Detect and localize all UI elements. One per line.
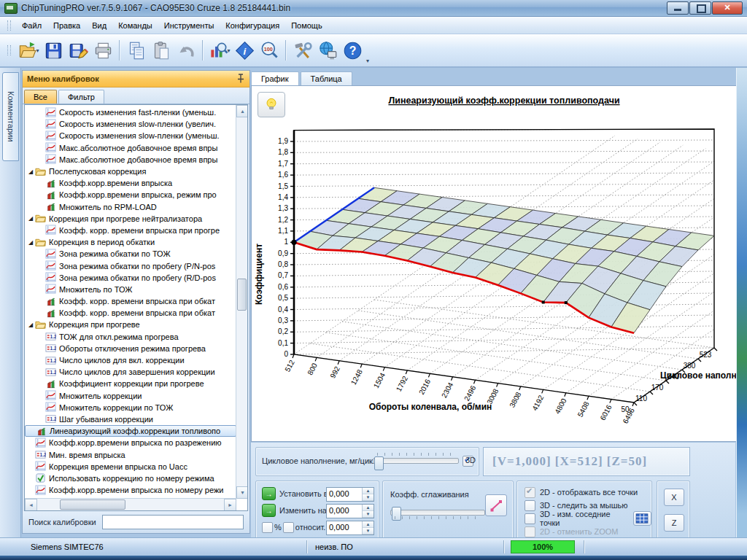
apply-set-button[interactable]: → — [262, 487, 276, 500]
scroll-right-icon[interactable]: ► — [224, 499, 236, 511]
save-button[interactable] — [41, 38, 66, 63]
maximize-button[interactable] — [689, 1, 711, 15]
tree-folder[interactable]: ◢Коррекция в период обкатки — [25, 236, 236, 248]
spin-down-icon[interactable]: ▼ — [363, 528, 374, 534]
expander-icon[interactable]: ◢ — [26, 215, 35, 222]
tab-table[interactable]: Таблица — [301, 71, 352, 85]
tree-item[interactable]: Множитель коррекции по ТОЖ — [25, 402, 236, 413]
tree-folder[interactable]: ◢Коррекция при прогреве — [25, 319, 236, 330]
relative-checkbox[interactable] — [283, 522, 294, 533]
calibration-tree[interactable]: Скорость изменения fast-пленки (уменьш.С… — [24, 104, 248, 511]
tree-item[interactable]: Коэфф.корр.времени впрыска — [25, 177, 236, 189]
surface-chart[interactable]: 00,10,20,30,40,50,60,70,80,911,11,21,31,… — [252, 86, 736, 441]
spin-down-icon[interactable]: ▼ — [363, 494, 374, 501]
tools-button[interactable] — [290, 38, 315, 63]
scroll-left-icon[interactable]: ◄ — [25, 499, 37, 511]
tree-horizontal-scrollbar[interactable]: ◄ ► — [25, 498, 236, 510]
search-input[interactable] — [102, 515, 244, 529]
relative-value[interactable]: 0,000 — [327, 521, 362, 534]
comments-tab[interactable]: Комментарии — [2, 72, 19, 161]
paste-button[interactable] — [149, 38, 174, 63]
tree-vscroll-thumb[interactable] — [237, 279, 247, 311]
copy-button[interactable] — [124, 38, 149, 63]
chart-zoom-button[interactable]: ▾ — [207, 38, 232, 63]
info-button[interactable] — [232, 38, 257, 63]
set-value[interactable]: 0,000 — [327, 488, 362, 501]
help-button[interactable] — [340, 38, 365, 63]
menu-1[interactable]: Правка — [47, 19, 86, 32]
spin-down-icon[interactable]: ▼ — [363, 511, 374, 518]
load-slider[interactable] — [373, 453, 459, 467]
tree-item[interactable]: Использовать коррекцию по номеру режима — [25, 472, 236, 484]
change-value[interactable]: 0,000 — [327, 505, 362, 518]
tree-item[interactable]: Коэфф. корр. времени впрыска при обкат — [25, 295, 236, 307]
tree-item[interactable]: Коэфф. корр. времени впрыска при прогре — [25, 225, 236, 236]
expander-icon[interactable]: ◢ — [26, 239, 35, 246]
slider-thumb[interactable] — [374, 456, 384, 470]
tree-item[interactable]: Скорость изменения fast-пленки (уменьш. — [25, 106, 236, 118]
tree-item[interactable]: Обороты отключения режима прогрева — [25, 343, 236, 354]
tree-item[interactable]: Коэфф.корр.времени впрыска, режим про — [25, 189, 236, 201]
slider-track[interactable] — [373, 458, 459, 464]
view-option-checkbox[interactable] — [525, 500, 535, 511]
tree-item[interactable]: Макс.абсолютное добавочное время впры — [25, 142, 236, 154]
title-bar[interactable]: ChipTuningPRO ver.7.5.9.1067 - CAO95E30 … — [0, 0, 747, 17]
slider-track[interactable] — [390, 510, 485, 516]
tree-item[interactable]: Коэфф.корр.времени впрыска по номеру реж… — [25, 484, 236, 496]
toolbar-overflow-icon[interactable]: ▾ — [366, 58, 369, 66]
view-option-checkbox[interactable] — [525, 513, 535, 524]
web-button[interactable] — [315, 38, 340, 63]
smoothing-slider[interactable] — [390, 505, 485, 519]
apply-change-button[interactable]: → — [262, 504, 276, 517]
tree-hscroll-thumb[interactable] — [60, 499, 125, 510]
neighbor-grid-button[interactable] — [633, 511, 651, 526]
dropdown-arrow-icon[interactable]: ▾ — [227, 47, 230, 54]
tree-item[interactable]: Зона режима обкатки по ТОЖ — [25, 248, 236, 260]
tree-item[interactable]: Коррекция времени впрыска по Uacc — [25, 461, 236, 472]
expander-icon[interactable]: ◢ — [26, 168, 35, 175]
menu-6[interactable]: Помощь — [285, 19, 328, 32]
undo-button[interactable] — [174, 38, 198, 63]
tree-item[interactable]: Число циклов для завершения коррекции — [25, 366, 236, 378]
tree-vertical-scrollbar[interactable]: ▲ ▼ — [236, 105, 247, 499]
tree-item[interactable]: Множитель коррекции — [25, 390, 236, 402]
close-button[interactable] — [712, 1, 743, 15]
hint-button[interactable] — [258, 92, 285, 117]
zoom-100-button[interactable] — [257, 38, 282, 63]
spin-up-icon[interactable]: ▲ — [363, 521, 374, 528]
scroll-down-icon[interactable]: ▼ — [236, 486, 248, 499]
tree-folder[interactable]: ◢Коррекция при прогреве нейтрализатора — [25, 213, 236, 225]
tree-item[interactable]: Множитель по ТОЖ — [25, 284, 236, 295]
spin-up-icon[interactable]: ▲ — [363, 505, 374, 511]
tree-item[interactable]: Коэфф. корр. времени впрыска при обкат — [25, 307, 236, 319]
tree-item[interactable]: Коэффициент коррекции при прогреве — [25, 378, 236, 389]
tree-item[interactable]: Зона режима обкатки по пробегу (R/D-pos — [25, 272, 236, 284]
tree-item[interactable]: ТОЖ для откл.режима прогрева — [25, 331, 236, 343]
tree-item[interactable]: Множитель по RPM-LOAD — [25, 201, 236, 213]
menu-3[interactable]: Команды — [112, 19, 158, 32]
print-button[interactable] — [90, 38, 115, 63]
tab-graph[interactable]: График — [251, 71, 299, 86]
tab-filter[interactable]: Фильтр — [58, 90, 104, 104]
tree-item[interactable]: Скорость изменения slow-пленки (уменьш. — [25, 130, 236, 141]
tree-item[interactable]: Макс.абсолютное добавочное время впры — [25, 154, 236, 166]
tree-item[interactable]: Шаг убывания коррекции — [25, 413, 236, 425]
tree-item[interactable]: Число циклов для вкл. коррекции — [25, 354, 236, 366]
tree-item[interactable]: Мин. время впрыска — [25, 448, 236, 460]
interpolate-button[interactable] — [485, 494, 507, 516]
menu-4[interactable]: Инструменты — [158, 19, 220, 32]
axis-x-button[interactable]: X — [664, 489, 684, 506]
relative-value-spinner[interactable]: 0,000 ▲▼ — [326, 521, 374, 535]
spin-up-icon[interactable]: ▲ — [363, 488, 374, 494]
scroll-up-icon[interactable]: ▲ — [236, 105, 248, 117]
pin-icon[interactable] — [236, 74, 245, 84]
tree-item[interactable]: Зона режима обкатки по пробегу (P/N-pos — [25, 260, 236, 271]
open-file-button[interactable]: ▾ — [16, 38, 41, 63]
menu-5[interactable]: Конфигурация — [220, 19, 285, 32]
change-value-spinner[interactable]: 0,000 ▲▼ — [326, 504, 374, 518]
dropdown-arrow-icon[interactable]: ▾ — [36, 47, 39, 54]
axis-z-button[interactable]: Z — [664, 514, 684, 532]
set-value-spinner[interactable]: 0,000 ▲▼ — [326, 487, 374, 502]
minimize-button[interactable] — [667, 1, 689, 15]
tree-folder[interactable]: ◢Послепусковая коррекция — [25, 166, 236, 177]
